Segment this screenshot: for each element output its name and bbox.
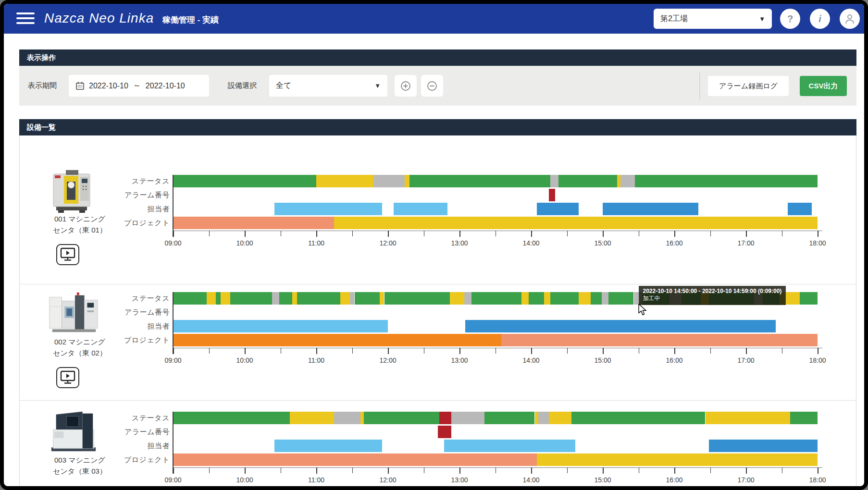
segment-project-09:00-14:05[interactable] bbox=[173, 453, 537, 466]
alarm-log-button[interactable]: アラーム録画ログ bbox=[708, 76, 789, 96]
axis-label-17:00: 17:00 bbox=[730, 476, 762, 484]
axis-tick bbox=[496, 467, 496, 473]
segment-status-11:28-11:32[interactable] bbox=[350, 292, 355, 305]
machine-section-003: 003 マシニングセンタ（東 03）ステータスアラーム番号担当者プロジェクト09… bbox=[20, 401, 856, 490]
segment-status-14:16-14:23[interactable] bbox=[550, 175, 558, 187]
monitor-view-button-001[interactable] bbox=[56, 244, 79, 265]
app-window: Nazca Neo Linka 稼働管理 - 実績 第2工場 ▼ ? i 表示操… bbox=[0, 0, 868, 490]
segment-status-09:00-09:28[interactable] bbox=[173, 292, 207, 305]
segment-status-11:57-12:52[interactable] bbox=[384, 292, 450, 305]
segment-project-14:05-18:00[interactable] bbox=[537, 453, 818, 466]
segment-person-15:00-16:20[interactable] bbox=[603, 203, 698, 215]
segment-status-14:40-14:50[interactable] bbox=[579, 292, 591, 305]
segment-status-11:48-12:14[interactable] bbox=[373, 175, 405, 187]
segment-status-14:16-14:40[interactable] bbox=[550, 292, 579, 305]
segment-person-13:05-17:25[interactable] bbox=[465, 320, 776, 332]
page-title: 稼働管理 - 実績 bbox=[162, 14, 219, 25]
segment-project-09:00-13:35[interactable] bbox=[173, 334, 501, 346]
segment-status-14:06-14:15[interactable] bbox=[538, 412, 549, 424]
segment-status-12:18-14:16[interactable] bbox=[409, 175, 550, 187]
segment-status-09:00-11:00[interactable] bbox=[173, 175, 316, 187]
axis-tick bbox=[424, 467, 424, 473]
segment-status-10:29-10:40[interactable] bbox=[279, 292, 292, 305]
axis-tick bbox=[459, 348, 460, 354]
segment-project-09:00-11:15[interactable] bbox=[173, 217, 334, 229]
segment-status-11:32-11:53[interactable] bbox=[355, 292, 380, 305]
segment-status-10:23-10:29[interactable] bbox=[272, 292, 279, 305]
segment-status-13:04-13:10[interactable] bbox=[464, 292, 471, 305]
segment-person-17:35-17:55[interactable] bbox=[788, 203, 812, 215]
segment-status-10:44-11:20[interactable] bbox=[297, 292, 340, 305]
axis-label-09:00: 09:00 bbox=[157, 356, 189, 364]
segment-status-09:28-09:36[interactable] bbox=[207, 292, 216, 305]
segment-status-12:43-12:53[interactable] bbox=[439, 412, 451, 424]
zoom-in-button[interactable] bbox=[395, 75, 417, 97]
segment-status-11:15-11:37[interactable] bbox=[334, 412, 360, 424]
segment-status-10:38-11:15[interactable] bbox=[290, 412, 334, 424]
info-button[interactable]: i bbox=[810, 9, 830, 29]
segment-status-15:27-18:00[interactable] bbox=[635, 175, 818, 187]
hamburger-menu-icon[interactable] bbox=[16, 12, 35, 25]
equipment-select-label: 設備選択 bbox=[228, 81, 257, 90]
segment-status-13:10-13:52[interactable] bbox=[471, 292, 521, 305]
row-label-alarm: アラーム番号 bbox=[77, 306, 170, 318]
segment-person-16:29-18:00[interactable] bbox=[709, 440, 818, 452]
segment-status-09:00-10:38[interactable] bbox=[173, 412, 290, 424]
segment-status-17:37-18:00[interactable] bbox=[790, 412, 818, 424]
timeline-row-person-002 bbox=[173, 320, 818, 332]
display-operations-header: 表示操作 bbox=[19, 49, 856, 66]
segment-status-09:48-10:23[interactable] bbox=[230, 292, 272, 305]
axis-label-10:00: 10:00 bbox=[228, 476, 261, 484]
segment-status-13:21-14:03[interactable] bbox=[484, 412, 534, 424]
user-account-button[interactable] bbox=[840, 9, 860, 29]
segment-status-11:40-12:43[interactable] bbox=[364, 412, 439, 424]
segment-person-09:00-12:00[interactable] bbox=[173, 320, 388, 332]
segment-status-11:20-11:28[interactable] bbox=[340, 292, 350, 305]
date-separator: ～ bbox=[133, 81, 141, 91]
segment-status-14:59-15:05[interactable] bbox=[602, 292, 609, 305]
segment-status-13:58-14:11[interactable] bbox=[529, 292, 544, 305]
axis-tick bbox=[674, 348, 675, 354]
segment-person-10:25-11:55[interactable] bbox=[274, 203, 382, 215]
segment-status-11:00-11:48[interactable] bbox=[316, 175, 373, 187]
segment-status-14:50-14:59[interactable] bbox=[591, 292, 601, 305]
segment-status-14:23-15:12[interactable] bbox=[558, 175, 617, 187]
csv-export-button[interactable]: CSV出力 bbox=[800, 76, 847, 96]
date-range-input[interactable]: 2022-10-10 ～ 2022-10-10 bbox=[69, 75, 209, 97]
segment-person-10:25-11:55[interactable] bbox=[274, 440, 382, 452]
zoom-out-button[interactable] bbox=[421, 75, 443, 97]
segment-person-12:05-12:50[interactable] bbox=[394, 203, 447, 215]
segment-status-15:05-15:26[interactable] bbox=[608, 292, 633, 305]
segment-status-17:45-18:00[interactable] bbox=[800, 292, 818, 305]
segment-person-12:47-14:37[interactable] bbox=[444, 440, 575, 452]
equipment-list-body: 001 マシニングセンタ（東 01）ステータスアラーム番号担当者プロジェクト09… bbox=[19, 135, 856, 490]
segment-status-15:15-15:27[interactable] bbox=[620, 175, 635, 187]
segment-status-14:11-14:16[interactable] bbox=[544, 292, 550, 305]
segment-status-11:37-11:40[interactable] bbox=[360, 412, 364, 424]
segment-status-13:52-13:58[interactable] bbox=[521, 292, 529, 305]
segment-status-11:53-11:57[interactable] bbox=[380, 292, 384, 305]
segment-alarm-12:42-12:53[interactable] bbox=[438, 426, 451, 438]
factory-select[interactable]: 第2工場 ▼ bbox=[654, 9, 772, 29]
segment-status-14:15-14:34[interactable] bbox=[549, 412, 571, 424]
axis-label-12:00: 12:00 bbox=[372, 476, 404, 484]
segment-person-14:05-14:40[interactable] bbox=[537, 203, 579, 215]
segment-status-10:40-10:44[interactable] bbox=[292, 292, 297, 305]
segment-status-16:26-17:37[interactable] bbox=[706, 412, 790, 424]
segment-alarm-14:15-14:20[interactable] bbox=[549, 189, 555, 201]
axis-tick bbox=[316, 348, 317, 354]
segment-project-11:15-18:00[interactable] bbox=[334, 217, 818, 229]
segment-status-09:40-09:48[interactable] bbox=[221, 292, 230, 305]
segment-project-13:35-18:00[interactable] bbox=[501, 334, 818, 346]
segment-status-12:52-13:04[interactable] bbox=[450, 292, 464, 305]
segment-status-12:53-13:21[interactable] bbox=[451, 412, 485, 424]
help-button[interactable]: ? bbox=[780, 9, 800, 29]
segment-status-14:03-14:06[interactable] bbox=[535, 412, 539, 424]
segment-status-14:34-16:26[interactable] bbox=[571, 412, 705, 424]
segment-status-12:14-12:18[interactable] bbox=[405, 175, 409, 187]
equipment-select[interactable]: 全て ▼ bbox=[269, 75, 387, 97]
segment-status-09:36-09:40[interactable] bbox=[216, 292, 221, 305]
axis-tick bbox=[818, 467, 818, 474]
monitor-view-button-002[interactable] bbox=[56, 367, 79, 388]
segment-status-15:12-15:15[interactable] bbox=[617, 175, 621, 187]
